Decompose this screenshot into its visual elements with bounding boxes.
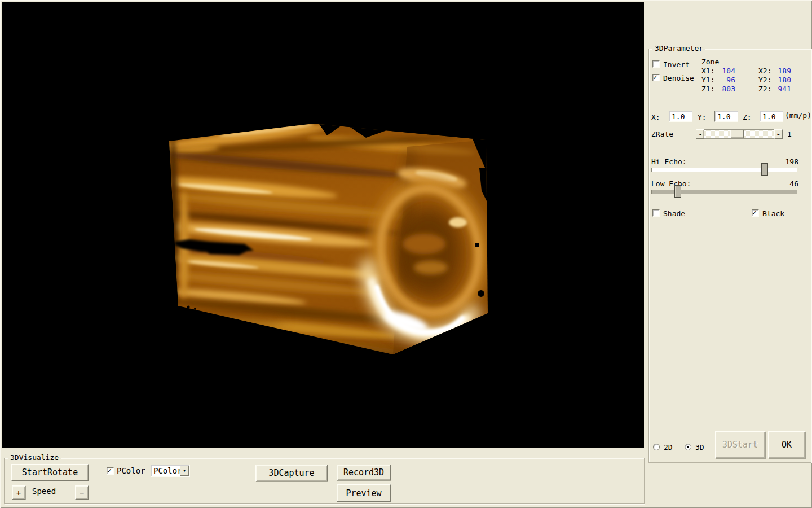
zone-z2-label: Z2: [758, 85, 771, 93]
invert-checkbox[interactable] [652, 60, 660, 68]
zrate-scrollbar[interactable]: ◄ ► [696, 129, 783, 139]
zone-x2-value: 189 [776, 67, 791, 75]
mode-3d-label: 3D [695, 443, 704, 452]
zrate-scroll-right-button[interactable]: ► [774, 129, 783, 139]
3d-viewport[interactable] [2, 2, 644, 448]
mode-2d-label: 2D [664, 443, 673, 452]
mode-2d-radio[interactable] [653, 444, 660, 450]
zone-y2-label: Y2: [758, 76, 771, 84]
zone-label: Zone [701, 58, 719, 66]
hi-echo-value: 198 [783, 157, 798, 166]
shade-label: Shade [663, 209, 685, 218]
scroll-right-icon: ► [777, 132, 779, 137]
scale-y-input[interactable] [714, 111, 738, 122]
hi-echo-slider-thumb[interactable] [761, 163, 768, 176]
pcolor-checkbox[interactable] [107, 467, 114, 475]
zone-y1-label: Y1: [701, 76, 714, 84]
group-3dparameter-title: 3DParameter [652, 44, 705, 52]
3dcapture-button[interactable]: 3DCapture [255, 465, 328, 481]
start-rotate-button[interactable]: StartRotate [11, 464, 89, 481]
zrate-scroll-track[interactable] [704, 129, 774, 139]
black-checkbox[interactable] [752, 209, 759, 217]
speed-minus-button[interactable]: − [75, 485, 89, 500]
shade-checkbox[interactable] [652, 209, 660, 217]
scale-z-input[interactable] [760, 111, 783, 122]
speed-label: Speed [32, 487, 56, 496]
volume-render-3d [2, 2, 644, 448]
group-3dvisualize-title: 3DVisualize [8, 453, 61, 462]
scale-y-label: Y: [698, 113, 707, 121]
preview-button[interactable]: Preview [337, 484, 391, 502]
pcolor-dropdown-value: PColor [153, 466, 182, 475]
speed-plus-button[interactable]: + [12, 485, 25, 500]
record3d-button[interactable]: Record3D [337, 465, 391, 480]
chevron-down-icon[interactable]: ▼ [180, 466, 189, 476]
scroll-left-icon: ◄ [699, 132, 701, 137]
zrate-scroll-left-button[interactable]: ◄ [696, 129, 704, 139]
low-echo-slider[interactable] [651, 190, 797, 194]
zone-z1-label: Z1: [701, 85, 714, 93]
zone-z1-value: 803 [721, 85, 735, 93]
zrate-scroll-thumb[interactable] [730, 130, 744, 138]
pcolor-dropdown[interactable]: PColor ▼ [151, 465, 190, 477]
zone-x2-label: X2: [758, 67, 771, 75]
mode-3d-radio[interactable] [685, 444, 691, 450]
denoise-checkbox[interactable] [652, 74, 660, 81]
zrate-label: ZRate [651, 130, 673, 138]
low-echo-slider-thumb[interactable] [674, 185, 681, 198]
invert-label: Invert [663, 60, 690, 69]
zone-z2-value: 941 [776, 85, 791, 93]
zone-x1-value: 104 [721, 67, 735, 75]
3dstart-button[interactable]: 3DStart [715, 431, 765, 458]
pcolor-label: PColor [117, 467, 145, 475]
scale-unit-label: (mm/p) [785, 111, 811, 120]
zone-x1-label: X1: [701, 67, 714, 75]
low-echo-label: Low Echo: [651, 179, 691, 188]
denoise-label: Denoise [663, 74, 694, 82]
ok-button[interactable]: OK [768, 431, 805, 458]
scale-z-label: Z: [743, 113, 752, 121]
zone-y2-value: 180 [776, 76, 791, 84]
black-label: Black [762, 209, 784, 218]
scale-x-label: X: [651, 113, 660, 121]
zone-y1-value: 96 [721, 76, 735, 84]
low-echo-value: 46 [783, 179, 798, 188]
hi-echo-label: Hi Echo: [651, 157, 687, 166]
app-window: 3DParameter Invert Denoise Zone X1: 104 … [0, 0, 812, 508]
zrate-value: 1 [787, 130, 792, 138]
hi-echo-slider[interactable] [651, 168, 797, 172]
scale-x-input[interactable] [669, 111, 692, 122]
